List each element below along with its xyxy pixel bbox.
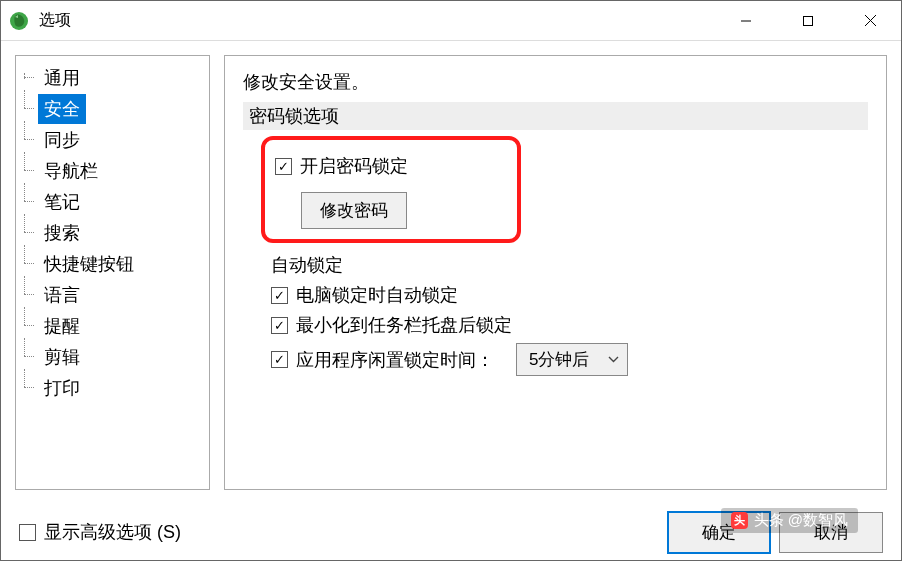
show-advanced-checkbox[interactable] [19,524,36,541]
change-password-button[interactable]: 修改密码 [301,192,407,229]
settings-panel: 修改安全设置。 密码锁选项 开启密码锁定 修改密码 自动锁定 电脑锁定时自动锁定… [224,55,887,490]
svg-rect-2 [804,16,813,25]
panel-heading: 修改安全设置。 [243,70,868,94]
sidebar-item-print[interactable]: 打印 [38,373,86,403]
idle-time-dropdown[interactable]: 5分钟后 [516,343,628,376]
sidebar-item-reminders[interactable]: 提醒 [38,311,86,341]
lock-on-minimize-row[interactable]: 最小化到任务栏托盘后锁定 [271,313,868,337]
password-section-header: 密码锁选项 [243,102,868,130]
sidebar-item-sync[interactable]: 同步 [38,125,86,155]
sidebar-item-navbar[interactable]: 导航栏 [38,156,104,186]
sidebar-item-security[interactable]: 安全 [38,94,86,124]
enable-password-lock-row[interactable]: 开启密码锁定 [275,154,507,178]
chevron-down-icon [607,354,619,366]
sidebar-item-general[interactable]: 通用 [38,63,86,93]
lock-on-idle-row[interactable]: 应用程序闲置锁定时间： 5分钟后 [271,343,868,376]
highlight-annotation: 开启密码锁定 修改密码 [261,136,521,243]
auto-lock-header: 自动锁定 [271,253,868,277]
enable-password-lock-label: 开启密码锁定 [300,154,408,178]
cancel-button[interactable]: 取消 [779,512,883,553]
lock-on-computer-lock-label: 电脑锁定时自动锁定 [296,283,458,307]
show-advanced-row[interactable]: 显示高级选项 (S) [19,520,181,544]
lock-on-minimize-checkbox[interactable] [271,317,288,334]
titlebar: 选项 [1,1,901,41]
sidebar-item-shortcuts[interactable]: 快捷键按钮 [38,249,140,279]
sidebar-item-notes[interactable]: 笔记 [38,187,86,217]
sidebar-item-search[interactable]: 搜索 [38,218,86,248]
enable-password-lock-checkbox[interactable] [275,158,292,175]
sidebar-item-language[interactable]: 语言 [38,280,86,310]
lock-on-computer-lock-row[interactable]: 电脑锁定时自动锁定 [271,283,868,307]
lock-on-computer-lock-checkbox[interactable] [271,287,288,304]
category-sidebar: 通用 安全 同步 导航栏 笔记 搜索 快捷键按钮 语言 提醒 剪辑 打印 [15,55,210,490]
lock-on-idle-checkbox[interactable] [271,351,288,368]
show-advanced-label: 显示高级选项 (S) [44,520,181,544]
close-button[interactable] [839,1,901,40]
dialog-footer: 显示高级选项 (S) 确定 取消 [1,504,901,560]
idle-time-value: 5分钟后 [529,348,589,371]
sidebar-item-clipping[interactable]: 剪辑 [38,342,86,372]
maximize-button[interactable] [777,1,839,40]
lock-on-minimize-label: 最小化到任务栏托盘后锁定 [296,313,512,337]
minimize-button[interactable] [715,1,777,40]
app-icon [9,11,29,31]
lock-on-idle-label: 应用程序闲置锁定时间： [296,348,494,372]
window-title: 选项 [39,10,71,31]
options-dialog: 选项 通用 安全 同步 导航栏 笔记 搜索 快捷键按钮 语言 提醒 剪辑 打 [0,0,902,561]
ok-button[interactable]: 确定 [667,511,771,554]
